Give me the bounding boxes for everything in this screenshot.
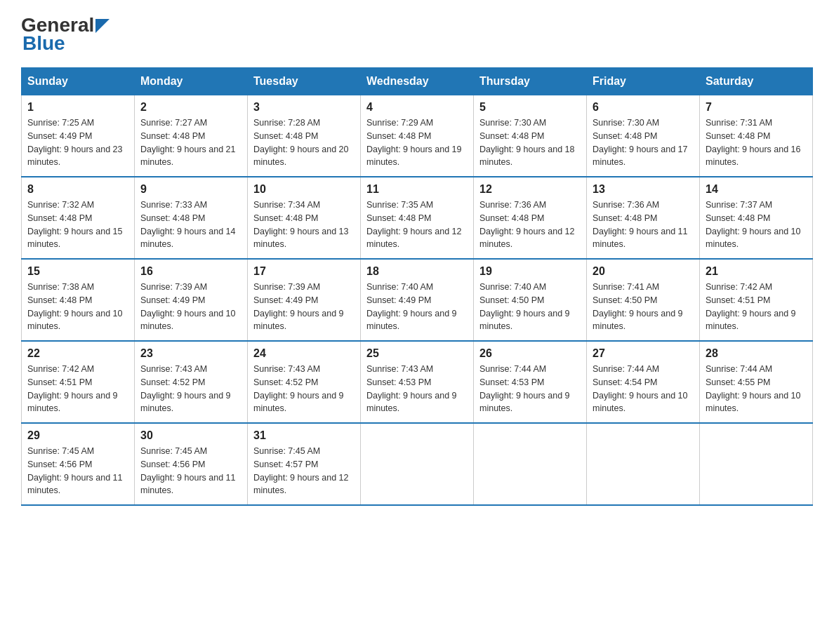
calendar-cell: 9 Sunrise: 7:33 AMSunset: 4:48 PMDayligh… — [135, 177, 248, 259]
day-number: 12 — [479, 183, 581, 196]
col-header-monday: Monday — [135, 68, 248, 95]
day-number: 26 — [479, 347, 581, 360]
day-number: 15 — [27, 265, 128, 278]
calendar-cell: 2 Sunrise: 7:27 AMSunset: 4:48 PMDayligh… — [135, 95, 248, 177]
calendar-cell: 21 Sunrise: 7:42 AMSunset: 4:51 PMDaylig… — [700, 259, 813, 341]
day-info: Sunrise: 7:44 AMSunset: 4:53 PMDaylight:… — [479, 364, 570, 413]
col-header-wednesday: Wednesday — [361, 68, 474, 95]
calendar-week-row: 15 Sunrise: 7:38 AMSunset: 4:48 PMDaylig… — [22, 259, 813, 341]
svg-marker-0 — [95, 19, 110, 33]
col-header-thursday: Thursday — [474, 68, 587, 95]
calendar-cell: 5 Sunrise: 7:30 AMSunset: 4:48 PMDayligh… — [474, 95, 587, 177]
day-number: 27 — [593, 347, 694, 360]
day-number: 18 — [366, 265, 468, 278]
day-info: Sunrise: 7:31 AMSunset: 4:48 PMDaylight:… — [706, 118, 801, 167]
day-info: Sunrise: 7:43 AMSunset: 4:52 PMDaylight:… — [140, 364, 231, 413]
day-number: 2 — [140, 101, 241, 114]
day-info: Sunrise: 7:35 AMSunset: 4:48 PMDaylight:… — [366, 200, 462, 249]
day-info: Sunrise: 7:25 AMSunset: 4:49 PMDaylight:… — [27, 118, 123, 167]
day-info: Sunrise: 7:42 AMSunset: 4:51 PMDaylight:… — [706, 282, 796, 331]
day-info: Sunrise: 7:32 AMSunset: 4:48 PMDaylight:… — [27, 200, 123, 249]
calendar-cell: 15 Sunrise: 7:38 AMSunset: 4:48 PMDaylig… — [22, 259, 135, 341]
logo: General Blue — [21, 14, 110, 55]
day-number: 9 — [140, 183, 241, 196]
day-info: Sunrise: 7:44 AMSunset: 4:54 PMDaylight:… — [593, 364, 688, 413]
calendar-cell — [474, 423, 587, 505]
calendar-week-row: 22 Sunrise: 7:42 AMSunset: 4:51 PMDaylig… — [22, 341, 813, 423]
day-number: 10 — [253, 183, 355, 196]
day-number: 8 — [27, 183, 128, 196]
day-number: 11 — [366, 183, 468, 196]
day-number: 6 — [593, 101, 694, 114]
calendar-cell: 10 Sunrise: 7:34 AMSunset: 4:48 PMDaylig… — [248, 177, 361, 259]
calendar-cell: 19 Sunrise: 7:40 AMSunset: 4:50 PMDaylig… — [474, 259, 587, 341]
calendar-cell: 25 Sunrise: 7:43 AMSunset: 4:53 PMDaylig… — [361, 341, 474, 423]
day-info: Sunrise: 7:28 AMSunset: 4:48 PMDaylight:… — [253, 118, 349, 167]
day-info: Sunrise: 7:45 AMSunset: 4:57 PMDaylight:… — [253, 446, 349, 495]
day-info: Sunrise: 7:38 AMSunset: 4:48 PMDaylight:… — [27, 282, 123, 331]
page-header: General Blue — [21, 14, 813, 55]
calendar-cell: 27 Sunrise: 7:44 AMSunset: 4:54 PMDaylig… — [587, 341, 700, 423]
day-info: Sunrise: 7:36 AMSunset: 4:48 PMDaylight:… — [479, 200, 575, 249]
logo-triangle-icon — [95, 19, 110, 33]
day-info: Sunrise: 7:39 AMSunset: 4:49 PMDaylight:… — [253, 282, 344, 331]
calendar-cell: 17 Sunrise: 7:39 AMSunset: 4:49 PMDaylig… — [248, 259, 361, 341]
day-number: 22 — [27, 347, 128, 360]
day-info: Sunrise: 7:45 AMSunset: 4:56 PMDaylight:… — [140, 446, 236, 495]
calendar-cell: 12 Sunrise: 7:36 AMSunset: 4:48 PMDaylig… — [474, 177, 587, 259]
day-info: Sunrise: 7:39 AMSunset: 4:49 PMDaylight:… — [140, 282, 236, 331]
calendar-week-row: 8 Sunrise: 7:32 AMSunset: 4:48 PMDayligh… — [22, 177, 813, 259]
day-info: Sunrise: 7:45 AMSunset: 4:56 PMDaylight:… — [27, 446, 123, 495]
calendar-cell: 24 Sunrise: 7:43 AMSunset: 4:52 PMDaylig… — [248, 341, 361, 423]
calendar-cell: 18 Sunrise: 7:40 AMSunset: 4:49 PMDaylig… — [361, 259, 474, 341]
day-number: 3 — [253, 101, 355, 114]
day-number: 30 — [140, 429, 241, 442]
calendar-cell — [587, 423, 700, 505]
calendar-cell: 26 Sunrise: 7:44 AMSunset: 4:53 PMDaylig… — [474, 341, 587, 423]
day-number: 23 — [140, 347, 241, 360]
day-info: Sunrise: 7:29 AMSunset: 4:48 PMDaylight:… — [366, 118, 462, 167]
day-number: 31 — [253, 429, 355, 442]
calendar-cell: 4 Sunrise: 7:29 AMSunset: 4:48 PMDayligh… — [361, 95, 474, 177]
calendar-week-row: 1 Sunrise: 7:25 AMSunset: 4:49 PMDayligh… — [22, 95, 813, 177]
calendar-cell: 29 Sunrise: 7:45 AMSunset: 4:56 PMDaylig… — [22, 423, 135, 505]
calendar-cell: 20 Sunrise: 7:41 AMSunset: 4:50 PMDaylig… — [587, 259, 700, 341]
logo-blue-text: Blue — [22, 32, 65, 54]
day-number: 24 — [253, 347, 355, 360]
day-number: 28 — [706, 347, 807, 360]
day-number: 21 — [706, 265, 807, 278]
day-number: 17 — [253, 265, 355, 278]
day-number: 5 — [479, 101, 581, 114]
calendar-cell: 31 Sunrise: 7:45 AMSunset: 4:57 PMDaylig… — [248, 423, 361, 505]
day-info: Sunrise: 7:33 AMSunset: 4:48 PMDaylight:… — [140, 200, 236, 249]
calendar-cell: 1 Sunrise: 7:25 AMSunset: 4:49 PMDayligh… — [22, 95, 135, 177]
day-number: 29 — [27, 429, 128, 442]
calendar-table: SundayMondayTuesdayWednesdayThursdayFrid… — [21, 67, 813, 506]
day-number: 20 — [593, 265, 694, 278]
calendar-week-row: 29 Sunrise: 7:45 AMSunset: 4:56 PMDaylig… — [22, 423, 813, 505]
day-info: Sunrise: 7:43 AMSunset: 4:53 PMDaylight:… — [366, 364, 457, 413]
col-header-tuesday: Tuesday — [248, 68, 361, 95]
day-number: 25 — [366, 347, 468, 360]
day-info: Sunrise: 7:30 AMSunset: 4:48 PMDaylight:… — [593, 118, 688, 167]
calendar-cell: 14 Sunrise: 7:37 AMSunset: 4:48 PMDaylig… — [700, 177, 813, 259]
calendar-cell — [361, 423, 474, 505]
calendar-cell: 8 Sunrise: 7:32 AMSunset: 4:48 PMDayligh… — [22, 177, 135, 259]
day-number: 7 — [706, 101, 807, 114]
day-number: 14 — [706, 183, 807, 196]
col-header-sunday: Sunday — [22, 68, 135, 95]
day-info: Sunrise: 7:34 AMSunset: 4:48 PMDaylight:… — [253, 200, 349, 249]
day-info: Sunrise: 7:40 AMSunset: 4:49 PMDaylight:… — [366, 282, 457, 331]
calendar-cell: 28 Sunrise: 7:44 AMSunset: 4:55 PMDaylig… — [700, 341, 813, 423]
calendar-cell: 3 Sunrise: 7:28 AMSunset: 4:48 PMDayligh… — [248, 95, 361, 177]
day-info: Sunrise: 7:40 AMSunset: 4:50 PMDaylight:… — [479, 282, 570, 331]
day-info: Sunrise: 7:41 AMSunset: 4:50 PMDaylight:… — [593, 282, 683, 331]
col-header-friday: Friday — [587, 68, 700, 95]
calendar-cell: 7 Sunrise: 7:31 AMSunset: 4:48 PMDayligh… — [700, 95, 813, 177]
day-info: Sunrise: 7:44 AMSunset: 4:55 PMDaylight:… — [706, 364, 801, 413]
day-info: Sunrise: 7:27 AMSunset: 4:48 PMDaylight:… — [140, 118, 236, 167]
day-number: 16 — [140, 265, 241, 278]
calendar-cell: 11 Sunrise: 7:35 AMSunset: 4:48 PMDaylig… — [361, 177, 474, 259]
day-info: Sunrise: 7:36 AMSunset: 4:48 PMDaylight:… — [593, 200, 688, 249]
col-header-saturday: Saturday — [700, 68, 813, 95]
